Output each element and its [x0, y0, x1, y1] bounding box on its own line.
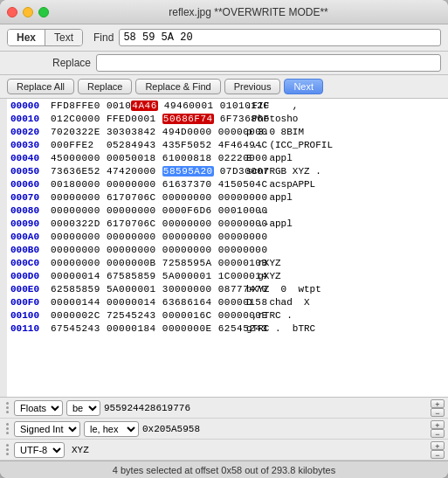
main-window: reflex.jpg **OVERWRITE MODE** Hex Text F… [0, 0, 448, 478]
hex-text-tabs: Hex Text [7, 29, 83, 46]
stepper-up-utf8[interactable]: + [431, 441, 445, 450]
table-row: 00030 000FFE2 05284943 435F5052 4F46494C… [7, 138, 448, 151]
table-row: 000D0 00000014 67585859 5A000001 1C00001… [7, 269, 448, 282]
find-label: Find [93, 31, 114, 44]
inspector-format-signed-int[interactable]: le, hex be, hex [84, 421, 139, 437]
table-row: 00110 67545243 00000184 0000000E 6254524… [7, 322, 448, 335]
inspector-endian-floats[interactable]: be le [66, 400, 100, 416]
replace-and-find-button[interactable]: Replace & Find [135, 79, 220, 94]
replace-button[interactable]: Replace [78, 79, 132, 94]
hex-gutter [0, 99, 7, 397]
drag-handle [3, 398, 10, 419]
hex-content[interactable]: 00000 FFD8FFE0 00104A46 49460001 0101012… [7, 99, 448, 397]
button-bar: Replace All Replace Replace & Find Previ… [0, 75, 448, 99]
table-row: 00050 73636E52 47420000 58595A20 07D3000… [7, 164, 448, 177]
table-row: 00100 0000002C 72545243 0000016C 0000000… [7, 308, 448, 322]
table-row: 00060 00180000 00000000 61637370 4150504… [7, 177, 448, 191]
table-row: 00040 45000000 00050018 61000818 0222000… [7, 151, 448, 164]
table-row: 00080 00000000 00000000 0000F6D6 0001000… [7, 204, 448, 217]
inspector-row-signed-int: Signed Int le, hex be, hex 0x205A5958 + … [0, 419, 448, 440]
next-button[interactable]: Next [284, 79, 323, 94]
toolbar-find: Hex Text Find [0, 24, 448, 52]
stepper-down-signed-int[interactable]: − [431, 429, 445, 438]
tab-hex[interactable]: Hex [8, 30, 45, 45]
window-title: reflex.jpg **OVERWRITE MODE** [56, 6, 441, 18]
replace-all-button[interactable]: Replace All [7, 79, 74, 94]
inspector-row-floats: Floats be le 955924428619776 + − [0, 398, 448, 419]
table-row: 000B0 00000000 00000000 00000000 0000000… [7, 243, 448, 256]
find-input[interactable] [119, 29, 441, 46]
hex-view[interactable]: 00000 FFD8FFE0 00104A46 49460001 0101012… [0, 99, 448, 397]
stepper-floats[interactable]: + − [431, 399, 445, 417]
replace-label: Replace [52, 57, 91, 69]
close-button[interactable] [7, 7, 17, 17]
drag-handle-2 [3, 419, 10, 440]
traffic-lights [7, 7, 49, 17]
stepper-up-signed-int[interactable]: + [431, 420, 445, 429]
table-row: 00090 0000322D 6170706C 00000000 0000000… [7, 217, 448, 230]
drag-handle-3 [3, 440, 10, 461]
inspector-value-signed-int: 0x205A5958 [142, 424, 427, 434]
table-row: 000F0 00000144 00000014 63686164 0000015… [7, 295, 448, 308]
table-row: 00010 012C0000 FFED0001 50686F74 6F73686… [7, 112, 448, 125]
inspector-type-utf8[interactable]: UTF-8 [14, 442, 65, 458]
status-text: 4 bytes selected at offset 0x58 out of 2… [113, 465, 335, 475]
stepper-up-floats[interactable]: + [431, 399, 445, 408]
previous-button[interactable]: Previous [224, 79, 281, 94]
inspector-type-floats[interactable]: Floats [14, 400, 63, 416]
stepper-signed-int[interactable]: + − [431, 420, 445, 438]
table-row: 00070 00000000 6170706C 00000000 0000000… [7, 191, 448, 204]
status-bar: 4 bytes selected at offset 0x58 out of 2… [0, 461, 448, 478]
tab-text[interactable]: Text [45, 30, 82, 45]
toolbar-replace: Replace [0, 52, 448, 75]
table-row: 00020 7020322E 30303842 494D0000 0000000… [7, 125, 448, 138]
stepper-utf8[interactable]: + − [431, 441, 445, 459]
maximize-button[interactable] [38, 7, 49, 17]
table-row: 000E0 62585859 5A000001 30000000 0877747… [7, 282, 448, 295]
inspector-value-floats: 955924428619776 [104, 403, 427, 413]
inspector-panel: Floats be le 955924428619776 + − Signed … [0, 397, 448, 461]
table-row: 000A0 00000000 00000000 00000000 0000000… [7, 230, 448, 243]
inspector-row-utf8: UTF-8 XYZ + − [0, 440, 448, 461]
table-row: 00000 FFD8FFE0 00104A46 49460001 0101012… [7, 99, 448, 112]
minimize-button[interactable] [23, 7, 33, 17]
inspector-value-utf8: XYZ [72, 445, 427, 455]
title-bar: reflex.jpg **OVERWRITE MODE** [0, 0, 448, 24]
replace-input[interactable] [96, 54, 441, 72]
table-row: 000C0 00000000 0000000B 7258595A 0000010… [7, 256, 448, 269]
inspector-type-signed-int[interactable]: Signed Int [14, 421, 80, 437]
stepper-down-utf8[interactable]: − [431, 450, 445, 459]
stepper-down-floats[interactable]: − [431, 408, 445, 417]
